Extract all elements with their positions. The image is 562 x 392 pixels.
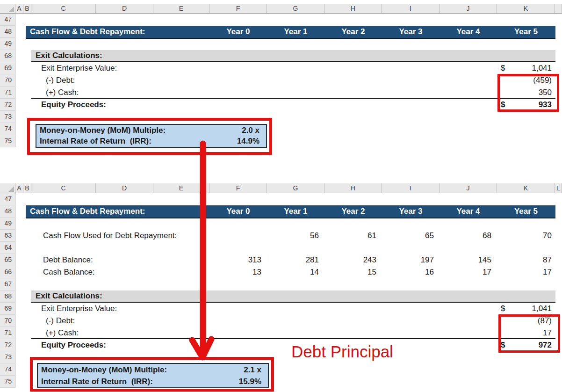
column-header[interactable]: A <box>15 183 23 193</box>
column-header[interactable]: L <box>555 183 562 193</box>
debt-balance-y2[interactable]: 243 <box>324 254 376 266</box>
row-number[interactable]: 63 <box>0 230 15 242</box>
red-highlight-net-debt-before[interactable] <box>497 74 559 112</box>
column-header[interactable]: B <box>23 4 31 13</box>
row-number[interactable]: 73 <box>0 111 15 123</box>
column-header[interactable]: D <box>96 4 153 13</box>
cash-balance-y2[interactable]: 15 <box>324 266 376 278</box>
column-header[interactable]: F <box>209 183 267 193</box>
cash-balance-y4[interactable]: 17 <box>440 266 491 278</box>
debt-balance-y4[interactable]: 145 <box>440 254 491 266</box>
select-all-corner[interactable] <box>0 4 15 13</box>
row-number[interactable]: 74 <box>0 123 15 135</box>
debt-balance-y1[interactable]: 281 <box>267 254 319 266</box>
row-number[interactable]: 69 <box>0 62 15 74</box>
row-number[interactable]: 64 <box>0 242 15 254</box>
row-number[interactable]: 48 <box>0 205 15 218</box>
column-header[interactable]: E <box>153 4 209 13</box>
row-number[interactable]: 47 <box>0 193 15 205</box>
year-header[interactable]: Year 2 <box>324 205 382 218</box>
year-header[interactable]: Year 0 <box>209 205 267 218</box>
column-header[interactable]: A <box>15 4 23 13</box>
debt-balance-y3[interactable]: 197 <box>382 254 434 266</box>
equity-proceeds-label[interactable]: Equity Proceeds: <box>41 99 106 111</box>
year-header[interactable]: Year 1 <box>267 205 324 218</box>
column-header[interactable] <box>555 4 562 13</box>
debt-balance-y0[interactable]: 313 <box>209 254 261 266</box>
row-number[interactable]: 66 <box>0 266 15 278</box>
column-header[interactable]: F <box>209 4 267 13</box>
row-number[interactable]: 75 <box>0 376 15 388</box>
row-number[interactable]: 70 <box>0 315 15 327</box>
column-header[interactable]: H <box>324 4 382 13</box>
exit-ev-label[interactable]: Exit Enterprise Value: <box>41 62 117 74</box>
exit-ev-label[interactable]: Exit Enterprise Value: <box>41 303 117 315</box>
plus-cash-label[interactable]: (+) Cash: <box>46 87 79 99</box>
section-title[interactable]: Cash Flow & Debt Repayment: <box>30 205 145 218</box>
row-number[interactable]: 71 <box>0 87 15 99</box>
cash-flow-used-label[interactable]: Cash Flow Used for Debt Repayment: <box>43 230 177 242</box>
row-number[interactable]: 72 <box>0 339 15 351</box>
column-header[interactable]: I <box>382 4 440 13</box>
plus-cash-label[interactable]: (+) Cash: <box>46 327 79 339</box>
column-header[interactable]: K <box>497 183 555 193</box>
cash-flow-used-y5[interactable]: 70 <box>497 230 552 242</box>
column-header[interactable]: G <box>267 4 324 13</box>
column-header[interactable]: H <box>324 183 382 193</box>
row-number[interactable]: 48 <box>0 26 15 38</box>
exit-calculations-band[interactable]: Exit Calculations: <box>31 50 555 62</box>
cash-balance-y3[interactable]: 16 <box>382 266 434 278</box>
column-header[interactable]: C <box>31 4 96 13</box>
red-highlight-returns-before[interactable]: Money-on-Money (MoM) Multiple: 2.0 x Int… <box>27 118 272 155</box>
debt-balance-label[interactable]: Debt Balance: <box>43 254 93 266</box>
section-title[interactable]: Cash Flow & Debt Repayment: <box>30 26 145 38</box>
cash-flow-used-y2[interactable]: 61 <box>324 230 376 242</box>
equity-proceeds-label[interactable]: Equity Proceeds: <box>41 339 106 351</box>
row-number[interactable]: 68 <box>0 290 15 303</box>
exit-ev-value[interactable]: 1,041 <box>497 62 552 74</box>
callout-text[interactable]: Debt Principal Repayments result in a lo… <box>291 301 475 392</box>
red-highlight-returns-after[interactable]: Money-on-Money (MoM) Multiple: 2.1 x Int… <box>30 357 274 392</box>
red-highlight-net-debt-after[interactable] <box>498 314 560 353</box>
debt-balance-y5[interactable]: 87 <box>497 254 552 266</box>
year-header[interactable]: Year 4 <box>440 26 497 38</box>
returns-box-after[interactable]: Money-on-Money (MoM) Multiple: 2.1 x Int… <box>37 363 269 388</box>
year-header[interactable]: Year 1 <box>267 26 324 38</box>
cash-balance-label[interactable]: Cash Balance: <box>43 266 95 278</box>
row-number[interactable]: 75 <box>0 135 15 147</box>
cash-balance-y0[interactable]: 13 <box>209 266 261 278</box>
cash-flow-used-y4[interactable]: 68 <box>440 230 491 242</box>
column-header[interactable]: C <box>31 183 96 193</box>
column-header[interactable]: J <box>440 183 497 193</box>
row-number[interactable]: 74 <box>0 363 15 376</box>
row-number[interactable]: 67 <box>0 278 15 290</box>
exit-ev-value[interactable]: 1,041 <box>497 303 552 315</box>
column-header[interactable]: K <box>497 4 555 13</box>
year-header[interactable]: Year 3 <box>382 26 440 38</box>
row-number[interactable]: 68 <box>0 50 15 62</box>
cash-balance-y1[interactable]: 14 <box>267 266 319 278</box>
row-number[interactable]: 65 <box>0 254 15 266</box>
cash-flow-used-y1[interactable]: 56 <box>267 230 319 242</box>
column-header[interactable]: E <box>153 183 209 193</box>
column-header[interactable]: D <box>96 183 153 193</box>
column-header[interactable]: I <box>382 183 440 193</box>
year-header[interactable]: Year 0 <box>209 26 267 38</box>
year-header[interactable]: Year 4 <box>440 205 497 218</box>
column-header[interactable]: G <box>267 183 324 193</box>
year-header[interactable]: Year 5 <box>497 26 555 38</box>
cash-flow-used-y3[interactable]: 65 <box>382 230 434 242</box>
row-number[interactable]: 49 <box>0 218 15 230</box>
year-header[interactable]: Year 3 <box>382 205 440 218</box>
row-number[interactable]: 69 <box>0 303 15 315</box>
year-header[interactable]: Year 2 <box>324 26 382 38</box>
row-number[interactable]: 72 <box>0 99 15 111</box>
column-header[interactable]: J <box>440 4 497 13</box>
row-number[interactable]: 47 <box>0 14 15 26</box>
year-header[interactable]: Year 5 <box>497 205 555 218</box>
column-header[interactable]: B <box>23 183 31 193</box>
cash-balance-y5[interactable]: 17 <box>497 266 552 278</box>
row-number[interactable]: 73 <box>0 351 15 363</box>
row-number[interactable]: 71 <box>0 327 15 339</box>
returns-box-before[interactable]: Money-on-Money (MoM) Multiple: 2.0 x Int… <box>36 124 267 148</box>
